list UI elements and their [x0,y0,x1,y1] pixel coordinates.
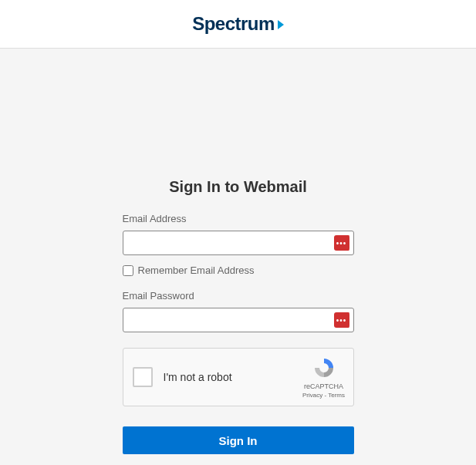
recaptcha-icon [312,356,336,379]
signin-form: Sign In to Webmail Email Address ••• Rem… [123,178,354,454]
brand-logo: Spectrum [192,13,284,35]
page-header: Spectrum [0,0,476,49]
password-input-wrapper: ••• [123,308,354,332]
password-field[interactable] [123,308,354,332]
main-content: Sign In to Webmail Email Address ••• Rem… [0,49,476,454]
remember-row: Remember Email Address [123,265,354,276]
recaptcha-widget: I'm not a robot reCAPTCHA Privacy - Term… [123,348,354,406]
password-label: Email Password [123,290,354,302]
password-manager-icon[interactable]: ••• [334,235,351,251]
remember-label: Remember Email Address [138,265,255,276]
remember-checkbox[interactable] [123,265,133,276]
email-label: Email Address [123,213,354,224]
recaptcha-brand-text: reCAPTCHA [302,382,346,390]
brand-name: Spectrum [192,13,275,35]
email-field[interactable] [123,231,354,255]
email-input-wrapper: ••• [123,231,354,255]
page-title: Sign In to Webmail [123,178,354,196]
recaptcha-label: I'm not a robot [164,371,232,383]
signin-button[interactable]: Sign In [123,426,354,454]
recaptcha-links[interactable]: Privacy - Terms [302,392,346,399]
play-arrow-icon [278,20,284,29]
recaptcha-branding: reCAPTCHA Privacy - Terms [302,356,346,399]
recaptcha-checkbox[interactable] [133,367,153,387]
password-manager-icon[interactable]: ••• [334,312,351,328]
